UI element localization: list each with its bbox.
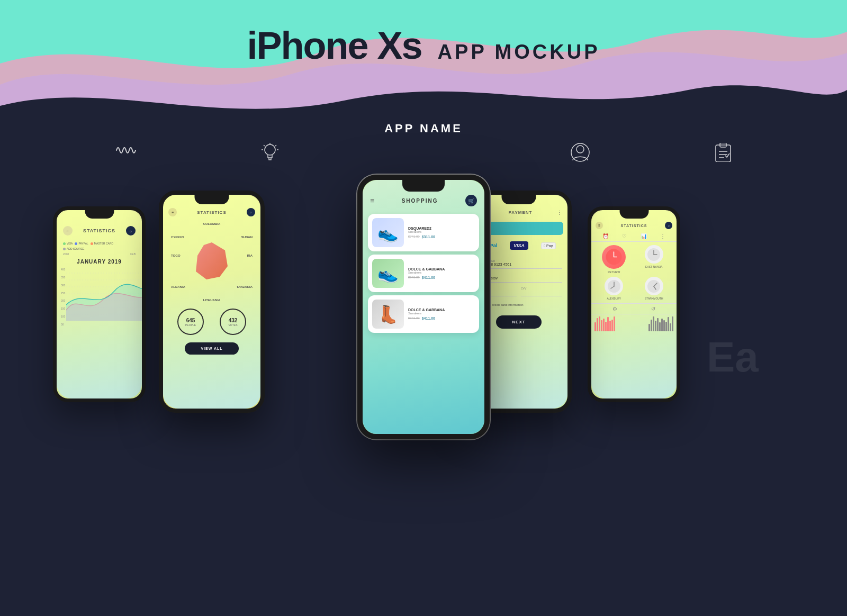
gray-clock-1 xyxy=(645,245,663,264)
phone-right2: ≡ STATISTICS ⌕ ⏰ ♡ 📊 ⋮ xyxy=(588,206,680,402)
svg-marker-21 xyxy=(196,242,228,279)
view-all-button[interactable]: VIEW ALL xyxy=(185,342,238,355)
icons-row xyxy=(0,143,847,165)
svg-point-1 xyxy=(265,144,275,155)
back-button-left2[interactable]: ← xyxy=(63,226,73,235)
product-card-2[interactable]: 👟 DOLCE & GABBANA Sneakers $941.00 $411.… xyxy=(368,255,479,292)
product-brand-3: DOLCE & GABBANA xyxy=(408,308,475,312)
svg-line-4 xyxy=(275,145,276,146)
phones-container: ← STATISTICS ⌕ VISA PAYPAL MASTER CARD A… xyxy=(53,164,794,598)
dots-button-right1[interactable]: ⋮ xyxy=(557,210,562,215)
tab-dots[interactable]: ⋮ xyxy=(660,233,665,239)
notch-right2 xyxy=(619,210,648,219)
phone-left1: ≡ STATISTICS ⌕ COLOMBIA CYPRUS SUDAN TOG… xyxy=(159,191,265,413)
people-stat: 645 PEOPLE xyxy=(177,309,204,335)
visa-badge[interactable]: VISA xyxy=(510,241,528,250)
product-type-2: Sneakers xyxy=(408,271,475,274)
app-name-label: APP NAME xyxy=(384,122,463,135)
refresh-icon[interactable]: ↺ xyxy=(651,306,655,312)
applepay-badge[interactable]:  Pay xyxy=(541,242,556,249)
menu-center[interactable]: ≡ xyxy=(370,196,374,205)
product-brand-2: DOLCE & GABBANA xyxy=(408,267,475,271)
lightbulb-icon xyxy=(262,143,278,165)
gray-clock-2 xyxy=(605,277,623,295)
gray-clock-3 xyxy=(645,277,663,295)
screen-title-left1: STATISTICS xyxy=(177,210,247,215)
notch-right1 xyxy=(502,195,536,204)
product-old-price-2: $941.00 xyxy=(408,276,420,279)
product-new-price-2: $411.00 xyxy=(422,276,435,279)
starkmouth-label: STARKMOUTH xyxy=(645,297,663,300)
person-icon xyxy=(571,143,590,165)
title-mockup: APP MOCKUP xyxy=(438,41,600,63)
phone-center: ≡ SHOPPING 🛒 👟 DSQUARED2 Sneakers $741.0… xyxy=(357,175,490,439)
screen-title-right2: STATISTICS xyxy=(603,224,665,228)
bar-chart-2 xyxy=(648,316,673,331)
votes-stat: 432 VOTES xyxy=(220,309,246,335)
product-old-price-1: $741.00 xyxy=(408,235,420,239)
tab-chart[interactable]: 📊 xyxy=(641,233,647,239)
product-type-1: Sneakers xyxy=(408,230,475,233)
product-type-3: Sneakers xyxy=(408,312,475,315)
red-clock xyxy=(602,245,626,269)
search-button-left1[interactable]: ⌕ xyxy=(247,208,255,216)
title-iphone: iPhone Xs xyxy=(247,24,422,67)
search-button-right2[interactable]: ⌕ xyxy=(665,222,672,229)
product-brand-1: DSQUARED2 xyxy=(408,227,475,230)
product-image-3: 👢 xyxy=(372,300,404,329)
tab-clock[interactable]: ⏰ xyxy=(602,233,609,239)
notch-center xyxy=(402,180,445,192)
product-card-1[interactable]: 👟 DSQUARED2 Sneakers $741.00 $311.00 xyxy=(368,214,479,251)
shopping-title: SHOPPING xyxy=(402,198,438,204)
phone-left2: ← STATISTICS ⌕ VISA PAYPAL MASTER CARD A… xyxy=(53,206,146,402)
settings-icon[interactable]: ⚙ xyxy=(612,306,617,312)
svg-point-7 xyxy=(576,146,584,153)
screen-title-right1: PAYMENT xyxy=(484,210,557,215)
search-button-left2[interactable]: ⌕ xyxy=(126,226,136,235)
product-new-price-3: $411.00 xyxy=(422,316,435,320)
save-label: Save credit card information xyxy=(484,303,524,306)
reyview-label: REYVIEW xyxy=(608,270,620,274)
screen-title-left2: STATISTICS xyxy=(73,228,126,233)
menu-button-left1[interactable]: ≡ xyxy=(168,208,177,216)
tab-heart[interactable]: ♡ xyxy=(622,233,627,239)
svg-rect-9 xyxy=(716,145,731,162)
clipboard-icon xyxy=(715,143,732,165)
product-new-price-1: $311.00 xyxy=(422,235,435,239)
cart-button-center[interactable]: 🛒 xyxy=(465,195,477,206)
product-old-price-3: $941.00 xyxy=(408,316,420,320)
svg-line-3 xyxy=(264,145,265,146)
menu-button-right2[interactable]: ≡ xyxy=(596,222,603,229)
svg-point-8 xyxy=(571,143,589,161)
product-image-1: 👟 xyxy=(372,218,404,247)
alexbury-label: ALEXBURY xyxy=(607,297,621,300)
product-card-3[interactable]: 👢 DOLCE & GABBANA Sneakers $941.00 $411.… xyxy=(368,295,479,333)
notch-left1 xyxy=(195,195,229,204)
notch-left2 xyxy=(85,210,114,219)
product-image-2: 👟 xyxy=(372,259,404,288)
east-nyasia-label: EAST NYASIA xyxy=(645,265,662,268)
bar-chart-1 xyxy=(594,316,615,331)
sound-wave-icon xyxy=(115,143,137,165)
next-button[interactable]: NEXT xyxy=(496,315,541,329)
header: iPhone Xs APP MOCKUP xyxy=(0,26,847,65)
